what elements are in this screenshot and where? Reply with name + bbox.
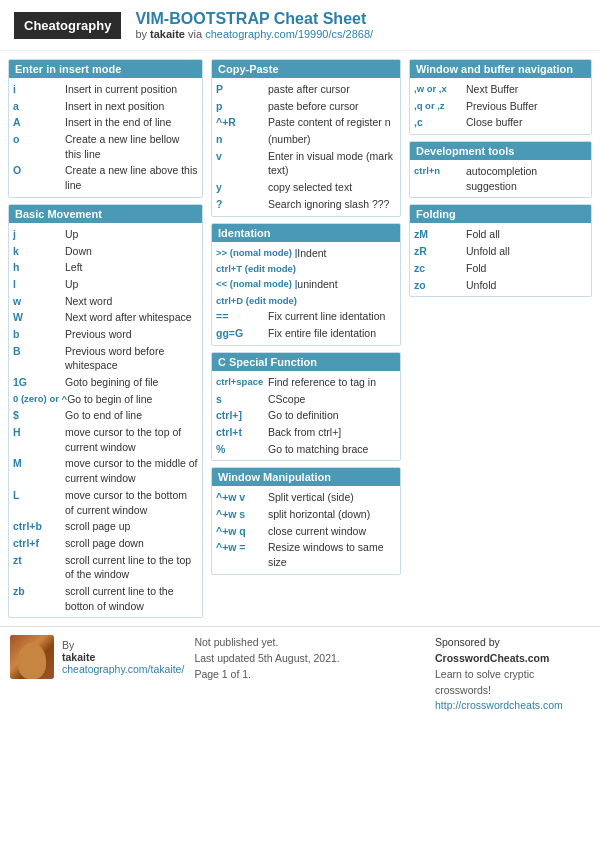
list-item: zRUnfold all bbox=[410, 243, 591, 260]
not-published: Not published yet. bbox=[194, 635, 425, 651]
list-item: << (nomal mode) | unindent bbox=[212, 276, 400, 293]
list-item: ztscroll current line to the top of the … bbox=[9, 552, 202, 583]
list-item: zMFold all bbox=[410, 226, 591, 243]
list-item: ycopy selected text bbox=[212, 179, 400, 196]
section-window-manipulation-header: Window Manipulation bbox=[212, 468, 400, 486]
list-item: BPrevious word before whitespace bbox=[9, 343, 202, 374]
list-item: ^+RPaste content of register n bbox=[212, 114, 400, 131]
avatar-image bbox=[10, 635, 54, 679]
list-item: ^+w =Resize windows to same size bbox=[212, 539, 400, 570]
section-identation-header: Identation bbox=[212, 224, 400, 242]
section-basic-movement: Basic Movement jUp kDown hLeft lUp wNext… bbox=[8, 204, 203, 619]
section-c-special-header: C Special Function bbox=[212, 353, 400, 371]
list-item: hLeft bbox=[9, 259, 202, 276]
sponsor-desc: Learn to solve cryptic crosswords! bbox=[435, 668, 534, 696]
list-item: >> (nomal mode) | Indent bbox=[212, 245, 400, 262]
list-item: ?Search ignoring slash ??? bbox=[212, 196, 400, 213]
main-content: Enter in insert mode i Insert in current… bbox=[0, 51, 600, 626]
list-item: vEnter in visual mode (mark text) bbox=[212, 148, 400, 179]
list-item: ^+w qclose current window bbox=[212, 523, 400, 540]
right-column: Window and buffer navigation ,w or ,xNex… bbox=[409, 59, 592, 297]
section-window-manipulation: Window Manipulation ^+w vSplit vertical … bbox=[211, 467, 401, 574]
list-item: ctrl+fscroll page down bbox=[9, 535, 202, 552]
list-item: Lmove cursor to the bottom of current wi… bbox=[9, 487, 202, 518]
section-basic-movement-body: jUp kDown hLeft lUp wNext word WNext wor… bbox=[9, 223, 202, 618]
list-item: ^+w vSplit vertical (side) bbox=[212, 489, 400, 506]
sponsor-name: CrosswordCheats.com bbox=[435, 652, 549, 664]
list-item: == Fix current line identation bbox=[212, 308, 400, 325]
list-item: zcFold bbox=[410, 260, 591, 277]
list-item: ctrl+T (edit mode) bbox=[212, 261, 400, 276]
list-item: i Insert in current position bbox=[9, 81, 202, 98]
section-window-buffer-header: Window and buffer navigation bbox=[410, 60, 591, 78]
section-dev-tools: Development tools ctrl+nautocompletion s… bbox=[409, 141, 592, 198]
footer-author: By takaite cheatography.com/takaite/ bbox=[10, 635, 184, 679]
list-item: WNext word after whitespace bbox=[9, 309, 202, 326]
list-item: ctrl+spaceFind reference to tag in bbox=[212, 374, 400, 391]
section-folding-header: Folding bbox=[410, 205, 591, 223]
page-subtitle: by takaite via cheatography.com/19990/cs… bbox=[135, 28, 373, 40]
section-enter-insert: Enter in insert mode i Insert in current… bbox=[8, 59, 203, 198]
list-item: wNext word bbox=[9, 293, 202, 310]
section-dev-tools-header: Development tools bbox=[410, 142, 591, 160]
list-item: jUp bbox=[9, 226, 202, 243]
list-item: a Insert in next position bbox=[9, 98, 202, 115]
author-link[interactable]: cheatography.com/takaite/ bbox=[62, 663, 184, 675]
list-item: ^+w ssplit horizontal (down) bbox=[212, 506, 400, 523]
section-identation-body: >> (nomal mode) | Indent ctrl+T (edit mo… bbox=[212, 242, 400, 345]
sponsored-by-label: Sponsored by bbox=[435, 636, 500, 648]
section-window-manipulation-body: ^+w vSplit vertical (side) ^+w ssplit ho… bbox=[212, 486, 400, 573]
list-item: ctrl+]Go to definition bbox=[212, 407, 400, 424]
footer-sponsor: Sponsored by CrosswordCheats.com Learn t… bbox=[435, 635, 590, 714]
list-item: kDown bbox=[9, 243, 202, 260]
by-label: By bbox=[62, 639, 184, 651]
last-updated: Last updated 5th August, 2021. bbox=[194, 651, 425, 667]
section-c-special-body: ctrl+spaceFind reference to tag in sCSco… bbox=[212, 371, 400, 460]
section-window-buffer: Window and buffer navigation ,w or ,xNex… bbox=[409, 59, 592, 135]
list-item: $Go to end of line bbox=[9, 407, 202, 424]
list-item: Ppaste after cursor bbox=[212, 81, 400, 98]
section-copy-paste: Copy-Paste Ppaste after cursor ppaste be… bbox=[211, 59, 401, 217]
sponsor-link[interactable]: http://crosswordcheats.com bbox=[435, 699, 563, 711]
section-folding-body: zMFold all zRUnfold all zcFold zoUnfold bbox=[410, 223, 591, 296]
list-item: ctrl+bscroll page up bbox=[9, 518, 202, 535]
author-name: takaite bbox=[62, 651, 184, 663]
section-dev-tools-body: ctrl+nautocompletion suggestion bbox=[410, 160, 591, 197]
middle-column: Copy-Paste Ppaste after cursor ppaste be… bbox=[211, 59, 401, 575]
section-window-buffer-body: ,w or ,xNext Buffer ,q or ,zPrevious Buf… bbox=[410, 78, 591, 134]
list-item: ,q or ,zPrevious Buffer bbox=[410, 98, 591, 115]
footer-middle: Not published yet. Last updated 5th Augu… bbox=[194, 635, 425, 682]
page-title: VIM-BOOTSTRAP Cheat Sheet bbox=[135, 10, 373, 28]
list-item: Hmove cursor to the top of current windo… bbox=[9, 424, 202, 455]
list-item: bPrevious word bbox=[9, 326, 202, 343]
section-identation: Identation >> (nomal mode) | Indent ctrl… bbox=[211, 223, 401, 346]
list-item: Mmove cursor to the middle of current wi… bbox=[9, 455, 202, 486]
list-item: O Create a new line above this line bbox=[9, 162, 202, 193]
list-item: n(number) bbox=[212, 131, 400, 148]
list-item: zbscroll current line to the botton of w… bbox=[9, 583, 202, 614]
section-copy-paste-header: Copy-Paste bbox=[212, 60, 400, 78]
left-column: Enter in insert mode i Insert in current… bbox=[8, 59, 203, 618]
header-title: VIM-BOOTSTRAP Cheat Sheet by takaite via… bbox=[135, 10, 373, 40]
page-number: Page 1 of 1. bbox=[194, 667, 425, 683]
list-item: o Create a new line bellow this line bbox=[9, 131, 202, 162]
list-item: ctrl+tBack from ctrl+] bbox=[212, 424, 400, 441]
list-item: ,w or ,xNext Buffer bbox=[410, 81, 591, 98]
footer: By takaite cheatography.com/takaite/ Not… bbox=[0, 626, 600, 722]
list-item: A Insert in the end of line bbox=[9, 114, 202, 131]
avatar bbox=[10, 635, 54, 679]
header: Cheatography VIM-BOOTSTRAP Cheat Sheet b… bbox=[0, 0, 600, 51]
list-item: zoUnfold bbox=[410, 277, 591, 294]
author-info: By takaite cheatography.com/takaite/ bbox=[62, 639, 184, 675]
list-item: ctrl+D (edit mode) bbox=[212, 293, 400, 308]
section-folding: Folding zMFold all zRUnfold all zcFold z… bbox=[409, 204, 592, 297]
section-enter-insert-body: i Insert in current position a Insert in… bbox=[9, 78, 202, 197]
list-item: 1GGoto begining of file bbox=[9, 374, 202, 391]
section-basic-movement-header: Basic Movement bbox=[9, 205, 202, 223]
list-item: %Go to matching brace bbox=[212, 441, 400, 458]
list-item: ,cClose buffer bbox=[410, 114, 591, 131]
list-item: sCScope bbox=[212, 391, 400, 408]
section-copy-paste-body: Ppaste after cursor ppaste before cursor… bbox=[212, 78, 400, 216]
logo: Cheatography bbox=[14, 12, 121, 39]
list-item: ctrl+nautocompletion suggestion bbox=[410, 163, 591, 194]
